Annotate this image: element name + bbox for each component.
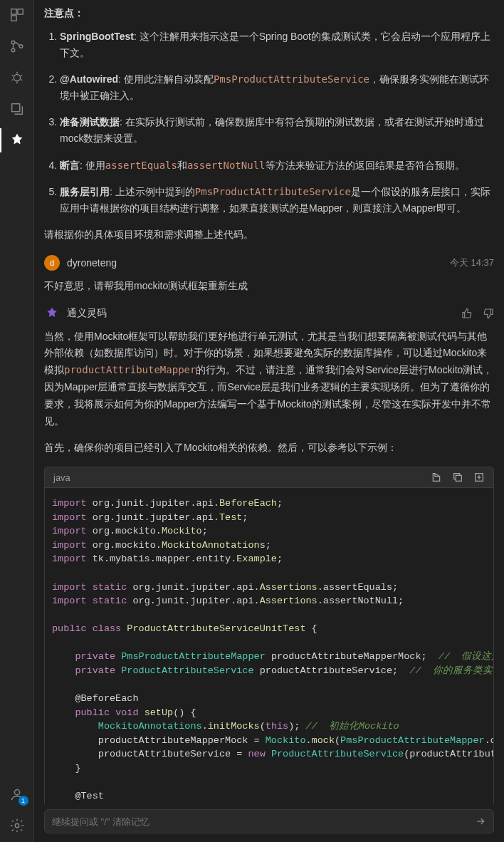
bot-msg-header: 通义灵码 bbox=[44, 306, 494, 321]
code-header: java bbox=[45, 467, 493, 488]
chat-input[interactable] bbox=[52, 816, 469, 827]
bot-notes: 注意点： SpringBootTest: 这个注解用来指示这是一个Spring … bbox=[44, 7, 494, 242]
code-content[interactable]: import org.junit.jupiter.api.BeforeEach;… bbox=[45, 488, 493, 804]
list-item: 准备测试数据: 在实际执行测试前，确保数据库中有符合预期的测试数据，或者在测试开… bbox=[60, 114, 494, 147]
send-icon[interactable] bbox=[469, 816, 486, 827]
list-item: 断言: 使用assertEquals和assertNotNull等方法来验证方法… bbox=[60, 157, 494, 174]
chat-scroll[interactable]: 注意点： SpringBootTest: 这个注解用来指示这是一个Spring … bbox=[34, 0, 504, 804]
user-msg-text: 不好意思，请帮我用mockito测试框架重新生成 bbox=[44, 278, 494, 293]
thumbs-up-icon[interactable] bbox=[461, 308, 473, 319]
debug-icon[interactable] bbox=[8, 68, 26, 87]
svg-point-4 bbox=[11, 48, 15, 52]
svg-rect-1 bbox=[17, 9, 22, 14]
notes-summary: 请根据你的具体项目环境和需求调整上述代码。 bbox=[44, 227, 494, 242]
feedback-buttons bbox=[461, 308, 494, 319]
bot-para-2: 首先，确保你的项目已经引入了Mockito相关的依赖。然后，可以参考以下示例： bbox=[44, 440, 494, 457]
tongyi-icon[interactable] bbox=[8, 131, 26, 150]
chat-input-bar bbox=[34, 804, 504, 842]
account-icon[interactable]: 1 bbox=[8, 785, 26, 804]
user-msg-header: d dyroneteng 今天 14:37 bbox=[44, 255, 494, 271]
settings-icon[interactable] bbox=[8, 816, 26, 835]
svg-rect-7 bbox=[11, 104, 19, 112]
svg-point-6 bbox=[14, 74, 20, 80]
insert-code-icon[interactable] bbox=[431, 472, 442, 483]
svg-rect-2 bbox=[11, 16, 16, 21]
code-block: java import org.junit.jupiter.api.Before… bbox=[44, 467, 494, 804]
extensions-icon[interactable] bbox=[8, 6, 26, 24]
bot-avatar bbox=[44, 306, 60, 321]
svg-point-3 bbox=[11, 41, 15, 44]
svg-rect-0 bbox=[11, 9, 16, 14]
chat-panel: 注意点： SpringBootTest: 这个注解用来指示这是一个Spring … bbox=[34, 0, 504, 842]
list-item: @Autowired: 使用此注解自动装配PmsProductAttribute… bbox=[60, 71, 494, 104]
bot-para-1: 当然，使用Mockito框架可以帮助我们更好地进行单元测试，尤其是当我们想要隔离… bbox=[44, 328, 494, 430]
account-badge: 1 bbox=[19, 796, 28, 806]
svg-point-5 bbox=[19, 45, 23, 48]
user-name: dyroneteng bbox=[67, 257, 117, 269]
svg-rect-10 bbox=[456, 476, 461, 482]
snippet-icon[interactable] bbox=[8, 100, 26, 118]
source-control-icon[interactable] bbox=[8, 37, 26, 56]
notes-title: 注意点： bbox=[44, 7, 494, 20]
svg-point-8 bbox=[14, 790, 19, 795]
chat-input-box[interactable] bbox=[44, 809, 494, 833]
activity-bar: 1 bbox=[0, 0, 34, 842]
list-item: 服务层引用: 上述示例中提到的PmsProductAttributeServic… bbox=[60, 184, 494, 217]
bot-name: 通义灵码 bbox=[67, 307, 107, 320]
svg-point-9 bbox=[15, 823, 19, 828]
new-file-icon[interactable] bbox=[473, 472, 485, 483]
copy-code-icon[interactable] bbox=[452, 472, 463, 483]
user-avatar: d bbox=[44, 255, 60, 271]
code-lang-label: java bbox=[53, 472, 70, 483]
list-item: SpringBootTest: 这个注解用来指示这是一个Spring Boot的… bbox=[60, 28, 494, 61]
user-timestamp: 今天 14:37 bbox=[450, 256, 494, 269]
notes-list: SpringBootTest: 这个注解用来指示这是一个Spring Boot的… bbox=[44, 28, 494, 217]
thumbs-down-icon[interactable] bbox=[483, 308, 494, 319]
